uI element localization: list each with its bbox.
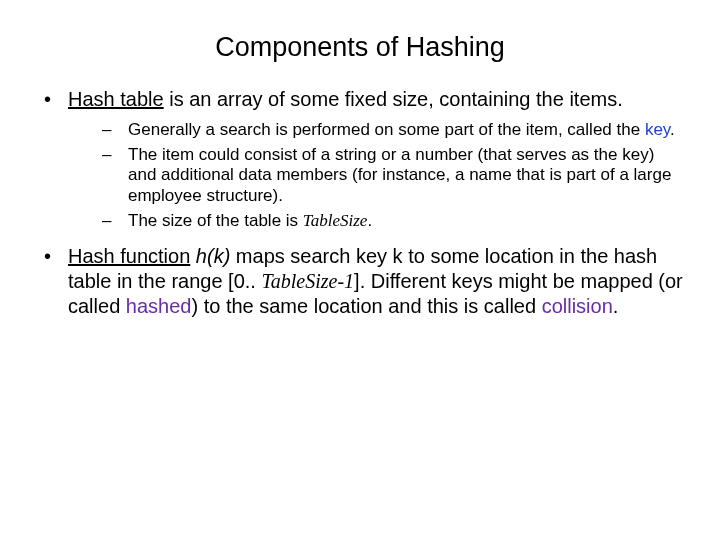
text: ) to the same location and this is calle… xyxy=(191,295,541,317)
term-hash-function: Hash function xyxy=(68,245,190,267)
text: . xyxy=(613,295,619,317)
bullet-hash-function: Hash function h(k) maps search key k to … xyxy=(36,244,684,319)
bullet-hash-table: Hash table is an array of some fixed siz… xyxy=(36,87,684,232)
subbullet-tablesize: The size of the table is TableSize. xyxy=(68,211,684,232)
term-key: key xyxy=(645,120,670,139)
text: is an array of some fixed size, containi… xyxy=(164,88,623,110)
slide-title: Components of Hashing xyxy=(36,32,684,63)
subbullet-item-desc: The item could consist of a string or a … xyxy=(68,145,684,207)
term-hash-table: Hash table xyxy=(68,88,164,110)
slide: Components of Hashing Hash table is an a… xyxy=(0,0,720,540)
bullet-list-level1: Hash table is an array of some fixed siz… xyxy=(36,87,684,319)
text: The item could consist of a string or a … xyxy=(128,145,671,205)
subbullet-key: Generally a search is performed on some … xyxy=(68,120,684,141)
term-hk: h(k) xyxy=(196,245,230,267)
term-collision: collision xyxy=(542,295,613,317)
text: . xyxy=(367,211,372,230)
text: . xyxy=(670,120,675,139)
text: Generally a search is performed on some … xyxy=(128,120,645,139)
term-tablesize: TableSize xyxy=(303,211,368,230)
term-hashed: hashed xyxy=(126,295,192,317)
term-range-end: TableSize-1 xyxy=(261,270,354,292)
bullet-list-level2: Generally a search is performed on some … xyxy=(68,120,684,232)
text: The size of the table is xyxy=(128,211,303,230)
